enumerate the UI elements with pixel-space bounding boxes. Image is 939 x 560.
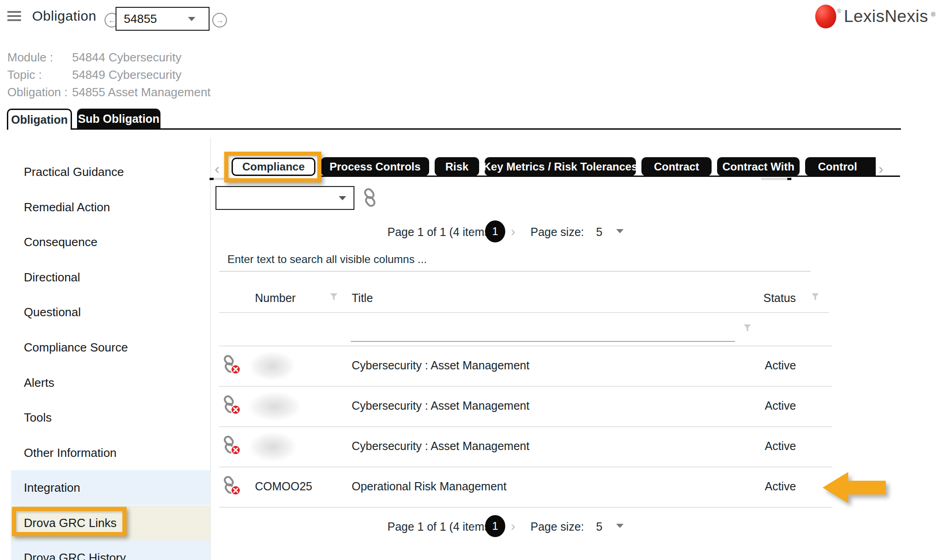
- cell-status: Active: [765, 359, 796, 372]
- unlink-icon[interactable]: [222, 355, 241, 375]
- tab-contract-with[interactable]: Contract With: [717, 157, 800, 176]
- pagination-next-icon[interactable]: ›: [511, 225, 515, 238]
- sidebar-item-consequence[interactable]: Consequence: [11, 225, 210, 259]
- redacted-number: [250, 433, 296, 461]
- cell-title: Cybersecurity : Asset Management: [352, 399, 530, 412]
- cell-title: Cybersecurity : Asset Management: [352, 439, 530, 453]
- lexisnexis-orb-icon: [815, 5, 836, 28]
- record-info-module: Module : 54844 Cybersecurity: [7, 49, 210, 66]
- annotation-arrow: [816, 467, 894, 512]
- sidebar-item-alerts[interactable]: Alerts: [11, 365, 210, 400]
- filter-row-filter-icon[interactable]: [743, 324, 752, 333]
- page-number-button[interactable]: 1: [485, 515, 505, 537]
- tab-key-metrics-risk-tolerances[interactable]: Key Metrics / Risk Tolerances: [485, 157, 636, 176]
- record-id-input[interactable]: [124, 12, 188, 26]
- dropdown-caret-icon: [188, 17, 195, 21]
- row-border: [219, 346, 832, 346]
- sidebar-item-drova-grc-links[interactable]: Drova GRC Links: [11, 505, 210, 540]
- cell-status: Active: [765, 480, 796, 493]
- filter-icon[interactable]: [811, 292, 820, 302]
- column-header-number[interactable]: Number: [255, 291, 296, 305]
- tab-scroll-left-icon[interactable]: ‹: [215, 161, 220, 176]
- tab-scrollbar-track-left: [214, 178, 239, 180]
- sidebar-item-directional[interactable]: Directional: [11, 260, 210, 295]
- lexisnexis-logo-text: LexisNexis: [844, 7, 928, 26]
- page-size-label: Page size:: [530, 520, 584, 533]
- page-size-value[interactable]: 5: [596, 225, 602, 239]
- tab-scroll-right-icon[interactable]: ›: [878, 161, 884, 176]
- row-border: [219, 426, 832, 427]
- record-info-obligation: Obligation : 54855 Asset Management: [7, 83, 210, 101]
- page-size-caret-icon[interactable]: [616, 229, 624, 233]
- row-border: [219, 386, 832, 387]
- header-row-border: [219, 312, 829, 313]
- compliance-link-combobox[interactable]: [215, 186, 354, 210]
- obligation-page: { "header": { "title": "Obligation", "re…: [0, 0, 939, 560]
- sidebar-item-questional[interactable]: Questional: [11, 295, 210, 329]
- cell-title: Cybersecurity : Asset Management: [352, 359, 530, 372]
- tab-compliance[interactable]: Compliance: [232, 158, 315, 176]
- dropdown-caret-icon: [339, 196, 346, 200]
- pagination-prev-icon[interactable]: ‹: [470, 519, 475, 533]
- tab-contract[interactable]: Contract: [641, 157, 712, 176]
- pagination-summary: Page 1 of 1 (4 items): [387, 225, 494, 239]
- tab-scrollbar-thumb-left[interactable]: [210, 178, 214, 180]
- row-border: [219, 507, 832, 508]
- column-header-title[interactable]: Title: [352, 291, 373, 305]
- sidebar-item-drova-grc-history[interactable]: Drova GRC History: [11, 540, 210, 560]
- search-input[interactable]: [227, 253, 640, 266]
- page-title: Obligation: [32, 8, 96, 24]
- cell-title: Operational Risk Management: [352, 480, 507, 493]
- redacted-number: [250, 352, 294, 380]
- tab-scrollbar-thumb-right[interactable]: [787, 178, 791, 180]
- column-header-status[interactable]: Status: [763, 291, 796, 305]
- sidebar-divider: [210, 137, 211, 560]
- filter-icon[interactable]: [329, 292, 338, 302]
- cell-status: Active: [765, 399, 796, 412]
- redacted-number: [249, 392, 300, 421]
- cell-status: Active: [765, 439, 796, 453]
- tab-obligation[interactable]: Obligation: [7, 109, 72, 130]
- tab-control[interactable]: Control: [805, 157, 876, 176]
- page-size-label: Page size:: [530, 225, 584, 239]
- tab-sub-obligation[interactable]: Sub Obligation: [77, 109, 160, 129]
- record-info: Module : 54844 Cybersecurity Topic : 548…: [7, 49, 210, 101]
- sidebar-item-practical-guidance[interactable]: Practical Guidance: [11, 154, 210, 189]
- filter-row-input[interactable]: [351, 341, 735, 342]
- page-size-caret-icon[interactable]: [616, 524, 624, 528]
- link-icon[interactable]: [362, 188, 377, 207]
- page-number-button[interactable]: 1: [485, 220, 505, 242]
- sidebar-item-other-information[interactable]: Other Information: [11, 435, 210, 470]
- tab-risk[interactable]: Risk: [435, 157, 479, 176]
- sidebar-item-integration[interactable]: Integration: [11, 470, 210, 505]
- pagination-prev-icon[interactable]: ‹: [470, 225, 475, 238]
- sidebar-item-remedial-action[interactable]: Remedial Action: [11, 190, 210, 225]
- search-underline: [219, 271, 811, 272]
- sidebar-item-compliance-source[interactable]: Compliance Source: [11, 330, 210, 365]
- unlink-icon[interactable]: [222, 435, 241, 456]
- unlink-icon[interactable]: [222, 476, 241, 496]
- tab-scrollbar-track-right: [761, 178, 787, 180]
- record-id-dropdown[interactable]: [116, 7, 210, 31]
- pagination-next-icon[interactable]: ›: [511, 519, 515, 533]
- next-record-icon[interactable]: →: [212, 13, 227, 27]
- pagination-summary: Page 1 of 1 (4 items): [387, 520, 494, 533]
- page-size-value[interactable]: 5: [596, 520, 602, 533]
- record-info-topic: Topic : 54849 Cybersecurity: [7, 66, 210, 83]
- unlink-icon[interactable]: [222, 395, 241, 415]
- lexisnexis-logo: ® LexisNexis ®: [815, 5, 935, 28]
- tab-process-controls[interactable]: Process Controls: [321, 157, 429, 176]
- cell-number: COMOO25: [255, 480, 312, 493]
- hamburger-menu-icon[interactable]: [7, 11, 21, 21]
- sidebar-item-tools[interactable]: Tools: [11, 400, 210, 435]
- row-border: [219, 467, 832, 467]
